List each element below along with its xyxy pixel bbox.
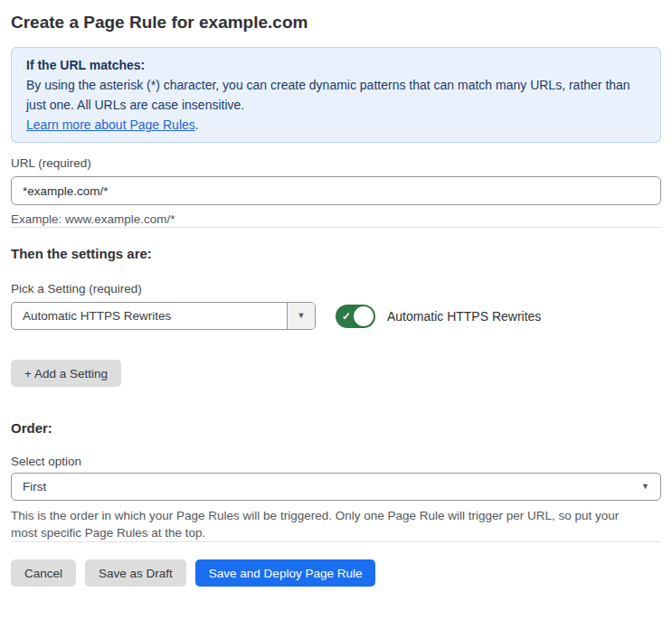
cancel-button[interactable]: Cancel xyxy=(11,559,76,587)
save-as-draft-button[interactable]: Save as Draft xyxy=(85,559,186,587)
https-rewrites-toggle[interactable]: ✓ xyxy=(336,305,375,328)
check-icon: ✓ xyxy=(342,311,351,322)
toggle-knob xyxy=(354,306,374,326)
setting-picker-caret-button[interactable]: ▼ xyxy=(287,303,315,329)
url-example-helper: Example: www.example.com/* xyxy=(11,211,661,227)
order-select[interactable]: First ▼ xyxy=(11,473,661,501)
setting-picker-dropdown[interactable]: Automatic HTTPS Rewrites ▼ xyxy=(11,302,316,330)
learn-more-link[interactable]: Learn more about Page Rules xyxy=(26,117,195,132)
page-rule-form: Create a Page Rule for example.com If th… xyxy=(0,13,672,587)
url-input[interactable] xyxy=(11,176,661,205)
caret-down-icon: ▼ xyxy=(298,312,306,320)
page-title: Create a Page Rule for example.com xyxy=(11,13,661,33)
link-suffix: . xyxy=(195,117,199,132)
add-setting-button[interactable]: + Add a Setting xyxy=(11,360,121,387)
setting-picker-row: Automatic HTTPS Rewrites ▼ ✓ Automatic H… xyxy=(11,302,661,330)
order-helper-text: This is the order in which your Page Rul… xyxy=(11,507,644,541)
divider xyxy=(11,541,661,542)
setting-picker-value: Automatic HTTPS Rewrites xyxy=(12,303,287,329)
info-box-link-line: Learn more about Page Rules. xyxy=(26,115,646,135)
settings-section-heading: Then the settings are: xyxy=(11,245,661,262)
setting-picker-label: Pick a Setting (required) xyxy=(11,281,661,297)
order-section-heading: Order: xyxy=(11,419,661,437)
url-field-label: URL (required) xyxy=(11,155,661,172)
toggle-setting-label: Automatic HTTPS Rewrites xyxy=(387,309,541,324)
divider xyxy=(11,227,661,228)
order-select-value: First xyxy=(23,480,641,493)
order-select-label: Select option xyxy=(11,454,661,470)
url-matches-info-box: If the URL matches: By using the asteris… xyxy=(11,47,661,143)
footer-actions: Cancel Save as Draft Save and Deploy Pag… xyxy=(11,559,661,587)
caret-down-icon: ▼ xyxy=(641,483,649,491)
info-box-heading: If the URL matches: xyxy=(26,55,646,75)
info-box-body: By using the asterisk (*) character, you… xyxy=(26,75,646,115)
save-and-deploy-button[interactable]: Save and Deploy Page Rule xyxy=(195,559,376,587)
